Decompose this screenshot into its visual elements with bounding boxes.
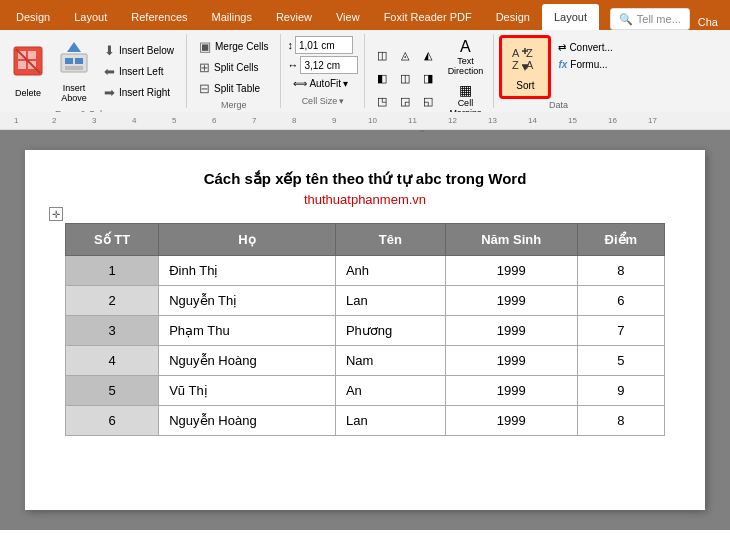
cell-ten: An [335, 376, 445, 406]
svg-rect-2 [18, 61, 26, 69]
insert-right-button[interactable]: ➡ Insert Right [98, 83, 180, 103]
cell-so-tt: 2 [66, 286, 159, 316]
cell-size-expand-icon[interactable]: ▾ [339, 96, 344, 106]
formula-button[interactable]: fx Formu... [554, 57, 616, 72]
align-top-right-btn[interactable]: ◭ [417, 44, 439, 66]
cell-size-label: Cell Size ▾ [287, 96, 358, 106]
document-subtitle: thuthuatphanmem.vn [65, 192, 665, 207]
cell-diem: 9 [577, 376, 664, 406]
align-mid-right-btn[interactable]: ◨ [417, 67, 439, 89]
tab-layout-active[interactable]: Layout [542, 4, 599, 30]
merge-group: ▣ Merge Cells ⊞ Split Cells ⊟ Split Tabl… [187, 34, 281, 108]
tab-review[interactable]: Review [264, 4, 324, 30]
cell-ten: Nam [335, 346, 445, 376]
text-cell-group: A TextDirection ▦ CellMargins [443, 36, 487, 120]
insert-left-button[interactable]: ⬅ Insert Left [98, 62, 180, 82]
rows-cols-group: Delete InsertAbove ⬇ [0, 34, 187, 108]
tab-foxit[interactable]: Foxit Reader PDF [372, 4, 484, 30]
merge-buttons: ▣ Merge Cells ⊞ Split Cells ⊟ Split Tabl… [193, 36, 274, 98]
align-mid-center-btn[interactable]: ◫ [394, 67, 416, 89]
insert-below-button[interactable]: ⬇ Insert Below [98, 41, 180, 61]
split-table-button[interactable]: ⊟ Split Table [193, 78, 274, 98]
table-move-handle[interactable]: ✛ [49, 207, 63, 221]
align-mid-left-btn[interactable]: ◧ [371, 67, 393, 89]
align-bot-left-btn[interactable]: ◳ [371, 90, 393, 112]
delete-button[interactable]: Delete [6, 41, 50, 102]
tab-design2[interactable]: Design [484, 4, 542, 30]
sort-label: Sort [516, 80, 534, 91]
split-table-label: Split Table [214, 83, 260, 94]
autofit-icon: ⟺ [293, 78, 307, 89]
cell-nam-sinh: 1999 [445, 286, 577, 316]
cell-diem: 8 [577, 406, 664, 436]
tab-references[interactable]: References [119, 4, 199, 30]
ribbon-tabs: Design Layout References Mailings Review… [0, 0, 730, 30]
ruler-marks: 1 2 3 4 5 6 7 8 9 10 11 12 13 14 15 16 1… [8, 112, 722, 129]
tab-layout[interactable]: Layout [62, 4, 119, 30]
height-input[interactable] [295, 36, 353, 54]
align-icons-bot-row: ◳ ◲ ◱ [371, 90, 439, 112]
tell-me-box[interactable]: 🔍 Tell me... [610, 8, 690, 30]
col-header-diem: Điểm [577, 224, 664, 256]
sort-button[interactable]: A Z Z A Sort [500, 36, 550, 98]
split-table-icon: ⊟ [199, 81, 210, 96]
cell-size-group: ↕ ↔ ⟺ AutoFit ▾ Cell Size ▾ [281, 34, 365, 108]
table-row: 4 Nguyễn Hoàng Nam 1999 5 [66, 346, 665, 376]
cha-label: Cha [690, 14, 726, 30]
split-cells-button[interactable]: ⊞ Split Cells [193, 57, 274, 77]
cell-ho: Vũ Thị [159, 376, 336, 406]
tab-mailings[interactable]: Mailings [200, 4, 264, 30]
cell-ho: Phạm Thu [159, 316, 336, 346]
height-icon: ↕ [287, 39, 293, 51]
col-header-ho: Họ [159, 224, 336, 256]
cell-nam-sinh: 1999 [445, 346, 577, 376]
merge-cells-label: Merge Cells [215, 41, 268, 52]
ruler: 1 2 3 4 5 6 7 8 9 10 11 12 13 14 15 16 1… [0, 112, 730, 130]
svg-text:Z: Z [512, 59, 519, 71]
text-direction-label: TextDirection [448, 56, 484, 76]
align-icons-top-row: ◫ ◬ ◭ [371, 44, 439, 66]
align-bot-center-btn[interactable]: ◲ [394, 90, 416, 112]
convert-button[interactable]: ⇄ Convert... [554, 40, 616, 55]
align-icons-mid-row: ◧ ◫ ◨ [371, 67, 439, 89]
width-input[interactable] [300, 56, 358, 74]
split-cells-icon: ⊞ [199, 60, 210, 75]
cell-ten: Lan [335, 286, 445, 316]
cell-diem: 7 [577, 316, 664, 346]
cell-ten: Phương [335, 316, 445, 346]
convert-label: Convert... [569, 42, 612, 53]
insert-below-icon: ⬇ [104, 43, 115, 58]
align-bot-right-btn[interactable]: ◱ [417, 90, 439, 112]
tab-view[interactable]: View [324, 4, 372, 30]
search-icon: 🔍 [619, 13, 633, 26]
merge-cells-button[interactable]: ▣ Merge Cells [193, 36, 274, 56]
autofit-dropdown-icon: ▾ [343, 78, 348, 89]
cell-diem: 6 [577, 286, 664, 316]
autofit-button[interactable]: ⟺ AutoFit ▾ [287, 76, 354, 91]
svg-rect-3 [28, 51, 36, 59]
tab-design[interactable]: Design [4, 4, 62, 30]
cell-nam-sinh: 1999 [445, 316, 577, 346]
cell-so-tt: 3 [66, 316, 159, 346]
text-direction-button[interactable]: A TextDirection [443, 36, 487, 78]
table-row: 3 Phạm Thu Phương 1999 7 [66, 316, 665, 346]
convert-icon: ⇄ [558, 42, 566, 53]
cell-margins-icon: ▦ [459, 82, 472, 98]
cell-so-tt: 4 [66, 346, 159, 376]
cell-so-tt: 1 [66, 256, 159, 286]
cell-ten: Anh [335, 256, 445, 286]
svg-rect-7 [65, 58, 73, 64]
insert-right-label: Insert Right [119, 87, 170, 98]
table-header-row: Số TT Họ Tên Năm Sinh Điểm [66, 224, 665, 256]
document-body: Cách sắp xếp tên theo thứ tự abc trong W… [0, 130, 730, 530]
insert-right-icon: ➡ [104, 85, 115, 100]
svg-marker-10 [67, 42, 81, 52]
align-top-left-btn[interactable]: ◫ [371, 44, 393, 66]
insert-above-button[interactable]: InsertAbove [52, 36, 96, 107]
align-top-center-btn[interactable]: ◬ [394, 44, 416, 66]
col-header-nam-sinh: Năm Sinh [445, 224, 577, 256]
tell-me-label: Tell me... [637, 13, 681, 25]
table-row: 1 Đinh Thị Anh 1999 8 [66, 256, 665, 286]
formula-icon: fx [558, 59, 567, 70]
data-table: Số TT Họ Tên Năm Sinh Điểm 1 Đinh Thị An… [65, 223, 665, 436]
